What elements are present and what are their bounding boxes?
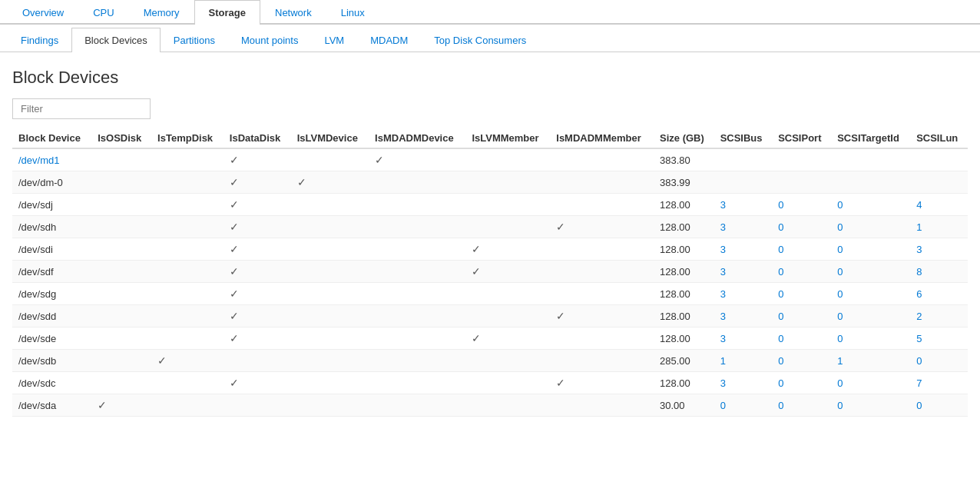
table-cell — [151, 238, 223, 261]
table-cell: 383.80 — [654, 148, 714, 171]
table-cell — [550, 350, 654, 372]
top-nav-item-linux[interactable]: Linux — [326, 0, 379, 25]
top-nav-item-memory[interactable]: Memory — [129, 0, 194, 25]
table-cell: 2 — [910, 305, 968, 327]
table-cell: ✓ — [550, 305, 654, 327]
table-cell: 128.00 — [654, 372, 714, 394]
table-cell: /dev/sde — [12, 327, 91, 350]
table-cell: /dev/sdj — [12, 194, 91, 216]
col-header-scsilun: SCSILun — [910, 128, 968, 148]
top-nav-item-overview[interactable]: Overview — [8, 0, 78, 25]
table-cell — [369, 394, 465, 417]
table-cell: 128.00 — [654, 305, 714, 327]
table-cell — [714, 171, 773, 194]
col-header-islvmdevice: IsLVMDevice — [291, 128, 369, 148]
sub-nav-item-partitions[interactable]: Partitions — [161, 28, 228, 52]
table-cell: 0 — [831, 372, 910, 394]
table-cell: 128.00 — [654, 238, 714, 261]
table-cell: ✓ — [291, 171, 369, 194]
table-cell — [151, 283, 223, 305]
col-header-ismdadmmember: IsMDADMMember — [550, 128, 654, 148]
table-cell — [369, 305, 465, 327]
col-header-scsitargetid: SCSITargetId — [831, 128, 910, 148]
col-header-scsibus: SCSIBus — [714, 128, 773, 148]
table-cell: ✓ — [223, 305, 291, 327]
sub-nav-item-mdadm[interactable]: MDADM — [357, 28, 421, 52]
table-cell — [714, 148, 773, 171]
table-cell — [772, 171, 831, 194]
table-cell — [369, 327, 465, 350]
table-cell: 0 — [910, 350, 968, 372]
table-cell — [910, 171, 968, 194]
sub-nav-item-block-devices[interactable]: Block Devices — [71, 28, 161, 52]
table-header-row: Block DeviceIsOSDiskIsTempDiskIsDataDisk… — [12, 128, 968, 148]
table-cell — [151, 194, 223, 216]
table-cell: 5 — [910, 327, 968, 350]
table-cell: ✓ — [223, 261, 291, 283]
table-cell — [369, 261, 465, 283]
table-cell — [151, 327, 223, 350]
table-row: /dev/sdf✓✓128.003008 — [12, 261, 968, 283]
table-cell — [223, 394, 291, 417]
table-cell — [291, 327, 369, 350]
table-cell — [91, 171, 151, 194]
table-cell: ✓ — [465, 327, 550, 350]
table-cell — [369, 216, 465, 238]
table-cell[interactable]: /dev/md1 — [12, 148, 91, 171]
table-row: /dev/sde✓✓128.003005 — [12, 327, 968, 350]
table-cell — [151, 261, 223, 283]
col-header-size--gb-: Size (GB) — [654, 128, 714, 148]
top-nav-item-storage[interactable]: Storage — [194, 0, 260, 25]
table-cell: 0 — [772, 261, 831, 283]
table-cell: 1 — [910, 216, 968, 238]
table-row: /dev/sdh✓✓128.003001 — [12, 216, 968, 238]
table-cell: 3 — [714, 283, 773, 305]
table-cell: 3 — [714, 327, 773, 350]
table-cell — [369, 171, 465, 194]
table-cell — [550, 171, 654, 194]
table-cell: 128.00 — [654, 216, 714, 238]
table-cell: 128.00 — [654, 327, 714, 350]
table-cell: 0 — [772, 372, 831, 394]
sub-nav-item-mount-points[interactable]: Mount points — [228, 28, 311, 52]
table-row: /dev/sdg✓128.003006 — [12, 283, 968, 305]
table-cell: ✓ — [223, 194, 291, 216]
top-nav-item-cpu[interactable]: CPU — [78, 0, 128, 25]
col-header-ismdadmdevice: IsMDADMDevice — [369, 128, 465, 148]
table-cell: /dev/sdb — [12, 350, 91, 372]
table-cell: 3 — [714, 261, 773, 283]
table-cell: 0 — [772, 238, 831, 261]
table-row: /dev/sda✓30.000000 — [12, 394, 968, 417]
col-header-isosdisk: IsOSDisk — [91, 128, 151, 148]
table-cell — [831, 148, 910, 171]
table-cell: 3 — [714, 238, 773, 261]
table-cell — [465, 372, 550, 394]
table-cell: 0 — [772, 194, 831, 216]
table-cell: 0 — [831, 194, 910, 216]
table-cell — [369, 283, 465, 305]
sub-nav-item-findings[interactable]: Findings — [8, 28, 71, 52]
sub-nav-item-top-disk-consumers[interactable]: Top Disk Consumers — [421, 28, 539, 52]
table-cell: 0 — [831, 283, 910, 305]
sub-nav-item-lvm[interactable]: LVM — [311, 28, 357, 52]
table-cell — [369, 238, 465, 261]
table-cell — [831, 171, 910, 194]
table-cell: 0 — [831, 394, 910, 417]
table-cell — [465, 171, 550, 194]
table-cell: ✓ — [550, 216, 654, 238]
table-cell: 128.00 — [654, 261, 714, 283]
table-cell: 0 — [772, 350, 831, 372]
table-cell: 0 — [831, 305, 910, 327]
table-cell — [291, 238, 369, 261]
table-cell: ✓ — [223, 283, 291, 305]
top-nav-item-network[interactable]: Network — [260, 0, 326, 25]
table-cell — [91, 350, 151, 372]
table-cell — [91, 238, 151, 261]
table-cell — [550, 283, 654, 305]
table-cell: ✓ — [223, 372, 291, 394]
block-devices-table: Block DeviceIsOSDiskIsTempDiskIsDataDisk… — [12, 128, 968, 417]
table-cell — [291, 216, 369, 238]
filter-input[interactable] — [12, 98, 151, 119]
table-cell — [465, 148, 550, 171]
table-cell — [369, 194, 465, 216]
